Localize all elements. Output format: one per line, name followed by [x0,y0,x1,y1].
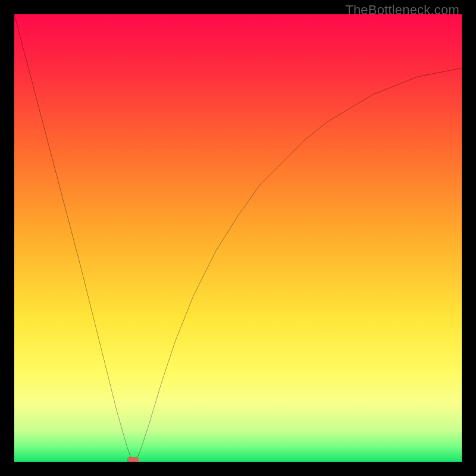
minimum-marker [127,457,139,462]
plot-area [14,14,462,462]
watermark-text: TheBottleneck.com [345,2,459,18]
bottleneck-curve [14,14,462,462]
